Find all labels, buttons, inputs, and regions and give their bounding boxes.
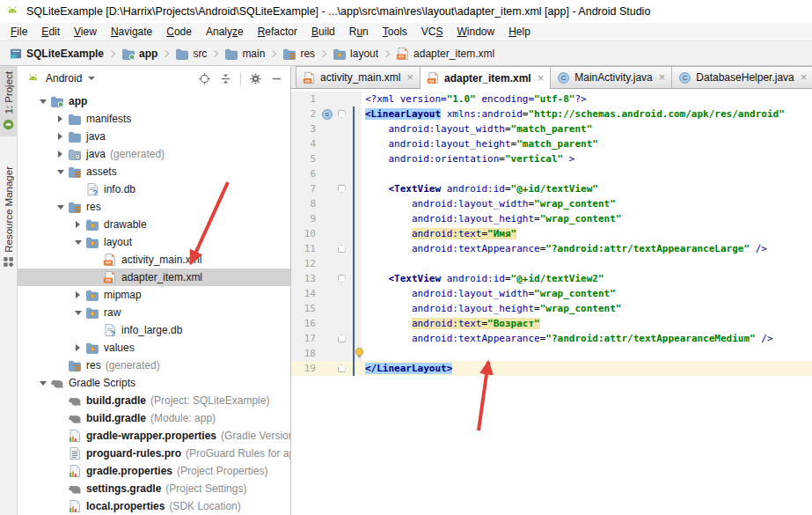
tree-item-gradle-properties[interactable]: gradle.properties(Project Properties) bbox=[18, 462, 290, 480]
collapse-all-icon[interactable] bbox=[219, 72, 232, 85]
tool-window-button-1-project[interactable]: 1: Project bbox=[0, 66, 18, 136]
breadcrumb-item-layout[interactable]: layout bbox=[333, 47, 378, 61]
tree-item-assets[interactable]: assets bbox=[18, 163, 290, 180]
tree-expand-icon[interactable] bbox=[72, 219, 84, 231]
fold-column bbox=[335, 331, 347, 346]
code-text: android:text="Имя" bbox=[362, 226, 812, 241]
tree-item-info-db[interactable]: ?info.db bbox=[18, 180, 290, 198]
code-line-7: 7 <TextView android:id="@+id/textView" bbox=[291, 181, 812, 196]
fold-marker-icon[interactable] bbox=[338, 245, 346, 253]
tab-close-icon[interactable]: × bbox=[406, 73, 413, 82]
tree-item-build-gradle[interactable]: build.gradle(Project: SQLiteExample) bbox=[18, 392, 290, 409]
tree-item-build-gradle[interactable]: build.gradle(Module: app) bbox=[18, 409, 290, 427]
tab-close-icon[interactable]: × bbox=[538, 74, 545, 83]
tree-expand-icon[interactable] bbox=[72, 290, 84, 301]
menu-file[interactable]: File bbox=[4, 23, 34, 40]
locate-icon[interactable] bbox=[198, 72, 211, 85]
code-token: "@+id/textView" bbox=[511, 183, 598, 195]
code-token: "?android:attr/textAppearanceMedium" bbox=[545, 333, 755, 344]
tree-arrow-slot bbox=[55, 430, 66, 442]
menu-vcs[interactable]: VCS bbox=[414, 23, 450, 40]
fold-column bbox=[335, 316, 347, 331]
tree-expand-icon[interactable] bbox=[55, 114, 66, 125]
title-bar: SQLiteExample [D:\Harrix\Projects\Androi… bbox=[0, 0, 812, 23]
tree-collapse-icon[interactable] bbox=[55, 166, 66, 178]
code-token: "match_parent" bbox=[516, 138, 598, 150]
menu-code[interactable]: Code bbox=[159, 23, 199, 40]
menu-view[interactable]: View bbox=[67, 23, 104, 40]
tree-collapse-icon[interactable] bbox=[37, 378, 48, 389]
resource-manager-icon bbox=[2, 255, 15, 269]
breadcrumb-separator-icon bbox=[269, 49, 276, 56]
gradle-icon bbox=[68, 482, 82, 496]
tree-item-local-properties[interactable]: local.properties(SDK Location) bbox=[18, 497, 290, 515]
settings-icon[interactable] bbox=[249, 72, 262, 85]
menu-navigate[interactable]: Navigate bbox=[104, 23, 159, 40]
breadcrumb-item-res[interactable]: res bbox=[282, 47, 315, 61]
tab-close-icon[interactable]: × bbox=[659, 73, 666, 82]
tree-item-gradle-scripts[interactable]: Gradle Scripts bbox=[18, 374, 290, 392]
menu-help[interactable]: Help bbox=[501, 23, 538, 40]
tool-window-button-resource-manager[interactable]: Resource Manager bbox=[0, 161, 18, 275]
line-number: 5 bbox=[291, 151, 319, 166]
tree-expand-icon[interactable] bbox=[55, 131, 66, 143]
fold-marker-icon[interactable] bbox=[338, 335, 346, 342]
tree-item-mipmap[interactable]: mipmap bbox=[18, 286, 290, 304]
editor-tab-mainactivity-java[interactable]: CMainActivity.java× bbox=[550, 66, 672, 88]
fold-marker-icon[interactable] bbox=[338, 364, 346, 372]
menu-analyze[interactable]: Analyze bbox=[199, 23, 251, 40]
tree-collapse-icon[interactable] bbox=[72, 237, 84, 248]
menu-edit[interactable]: Edit bbox=[34, 23, 67, 40]
fold-marker-icon[interactable] bbox=[338, 110, 346, 118]
fold-marker-icon[interactable] bbox=[338, 275, 346, 283]
breadcrumb-item-main[interactable]: main bbox=[224, 47, 265, 61]
editor-tab-databasehelper-java[interactable]: CDatabaseHelper.java× bbox=[671, 66, 812, 88]
tab-close-icon[interactable]: × bbox=[801, 73, 808, 82]
tree-collapse-icon[interactable] bbox=[55, 202, 66, 213]
menu-window[interactable]: Window bbox=[450, 23, 501, 40]
menu-tools[interactable]: Tools bbox=[376, 23, 414, 40]
project-view-selector[interactable]: Android bbox=[46, 72, 82, 85]
tree-item-raw[interactable]: raw bbox=[18, 304, 290, 321]
fold-column bbox=[335, 346, 347, 361]
tree-item-res[interactable]: res bbox=[18, 198, 290, 216]
code-token: "1.0" bbox=[447, 93, 476, 105]
menu-run[interactable]: Run bbox=[342, 23, 376, 40]
menu-build[interactable]: Build bbox=[304, 23, 342, 40]
tree-item-drawable[interactable]: drawable bbox=[18, 216, 290, 233]
menu-refactor[interactable]: Refactor bbox=[251, 23, 304, 40]
tree-item-adapter-item-xml[interactable]: <>adapter_item.xml bbox=[18, 269, 290, 286]
tree-collapse-icon[interactable] bbox=[72, 307, 84, 319]
breadcrumb-item-sqliteexample[interactable]: SQLiteExample bbox=[9, 47, 104, 61]
tree-item-java[interactable]: java(generated) bbox=[18, 145, 290, 163]
tree-item-res[interactable]: res(generated) bbox=[18, 357, 290, 374]
tree-item-proguard-rules-pro[interactable]: proguard-rules.pro(ProGuard Rules for ap… bbox=[18, 445, 290, 462]
code-editor[interactable]: 1<?xml version="1.0" encoding="utf-8"?>2… bbox=[291, 89, 812, 515]
editor-tab-adapter-item-xml[interactable]: <>adapter_item.xml× bbox=[420, 66, 551, 89]
tree-expand-icon[interactable] bbox=[72, 342, 84, 354]
chevron-down-icon[interactable] bbox=[88, 77, 95, 80]
svg-text:<>: <> bbox=[399, 54, 405, 59]
tree-item-layout[interactable]: layout bbox=[18, 233, 290, 251]
editor-area[interactable]: <>activity_main.xml×<>adapter_item.xml×C… bbox=[291, 66, 812, 515]
tree-item-label: mipmap bbox=[104, 289, 142, 301]
tree-item-manifests[interactable]: manifests bbox=[18, 110, 290, 128]
tree-item-gradle-wrapper-properties[interactable]: gradle-wrapper.properties(Gradle Version… bbox=[18, 427, 290, 445]
tree-item-java[interactable]: java bbox=[18, 128, 290, 145]
editor-tab-activity-main-xml[interactable]: <>activity_main.xml× bbox=[296, 66, 421, 88]
tree-expand-icon[interactable] bbox=[55, 149, 66, 160]
tree-item-activity-main-xml[interactable]: <>activity_main.xml bbox=[18, 251, 290, 269]
tree-collapse-icon[interactable] bbox=[37, 96, 48, 107]
tree-item-app[interactable]: app bbox=[18, 92, 290, 110]
tree-item-label: proguard-rules.pro bbox=[86, 447, 181, 460]
breadcrumb-item-app[interactable]: app bbox=[121, 47, 157, 61]
hide-icon[interactable] bbox=[270, 72, 283, 85]
tree-item-info-large-db[interactable]: ?info_large.db bbox=[18, 321, 290, 339]
fold-marker-icon[interactable] bbox=[338, 185, 346, 193]
breadcrumb-item-src[interactable]: src bbox=[175, 47, 207, 61]
lightbulb-icon[interactable] bbox=[353, 347, 366, 360]
line-number: 7 bbox=[291, 181, 319, 196]
breadcrumb-item-adapter-item-xml[interactable]: <>adapter_item.xml bbox=[396, 47, 494, 61]
tree-item-values[interactable]: values bbox=[18, 339, 290, 357]
tree-item-settings-gradle[interactable]: settings.gradle(Project Settings) bbox=[18, 480, 290, 497]
